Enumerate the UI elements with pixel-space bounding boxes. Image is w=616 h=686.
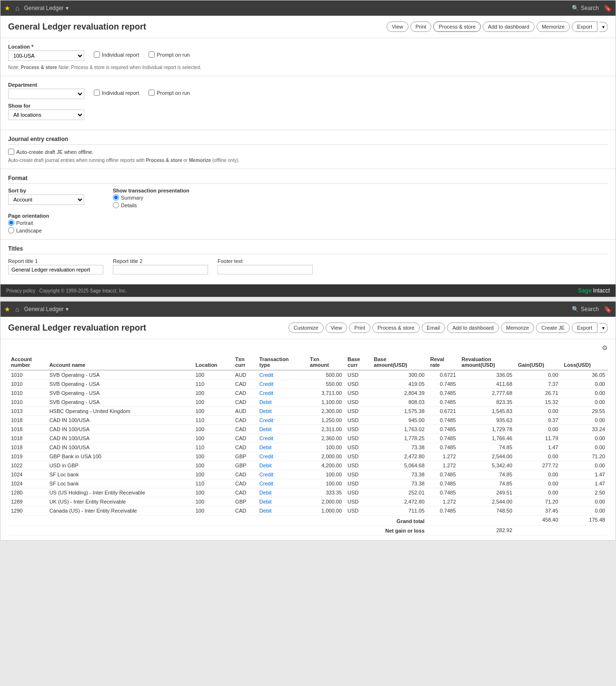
cell-base-amount: 2,804.39 <box>371 389 427 398</box>
export-button-2[interactable]: Export <box>572 323 597 333</box>
summary-label: Summary <box>121 195 143 201</box>
department-select[interactable] <box>8 89 84 99</box>
cell-transaction-type[interactable]: Debit <box>257 488 307 497</box>
cell-txn-curr: CAD <box>232 425 257 434</box>
export-button[interactable]: Export <box>572 21 597 32</box>
cell-gain: 0.00 <box>515 370 561 380</box>
cell-transaction-type[interactable]: Credit <box>257 470 307 479</box>
cell-account-number: 1018 <box>8 443 47 452</box>
settings-icon[interactable]: ⚙ <box>602 344 608 352</box>
star-icon[interactable]: ★ <box>4 4 10 12</box>
cell-transaction-type[interactable]: Debit <box>257 398 307 407</box>
page-title: General Ledger revaluation report <box>8 22 146 32</box>
cell-gain: 7.37 <box>515 380 561 389</box>
cell-account-number: 1024 <box>8 479 47 488</box>
print-button[interactable]: Print <box>410 21 432 32</box>
create-je-button[interactable]: Create JE <box>536 323 570 333</box>
view-button[interactable]: View <box>387 21 408 32</box>
location-select[interactable]: 100-USA <box>8 50 84 61</box>
email-button[interactable]: Email <box>422 323 446 333</box>
home-icon-2[interactable]: ⌂ <box>15 305 19 313</box>
landscape-radio[interactable] <box>8 227 14 233</box>
add-to-dashboard-button-2[interactable]: Add to dashboard <box>447 323 499 333</box>
individual-report-checkbox-dept[interactable] <box>94 90 100 96</box>
journal-section-title: Journal entry creation <box>8 136 608 145</box>
search-area-2[interactable]: 🔍 Search <box>572 306 599 313</box>
cell-transaction-type[interactable]: Credit <box>257 434 307 443</box>
export-dropdown-button[interactable]: ▾ <box>599 22 608 32</box>
cell-reval-amount: 2,544.00 <box>459 497 516 506</box>
cell-transaction-type[interactable]: Debit <box>257 425 307 434</box>
table-header-row: Accountnumber Account name Location Txnc… <box>8 354 608 370</box>
view-button-2[interactable]: View <box>326 323 348 333</box>
cell-grand-total-gain: 458.40 <box>515 515 561 526</box>
cell-transaction-type[interactable]: Debit <box>257 497 307 506</box>
home-icon[interactable]: ⌂ <box>15 4 19 12</box>
cell-location: 100 <box>193 407 232 416</box>
cell-account-number: 1013 <box>8 407 47 416</box>
cell-txn-amount: 3,711.00 <box>307 389 345 398</box>
report-title-2-input[interactable] <box>113 265 208 274</box>
cell-gain: 11.79 <box>515 434 561 443</box>
cell-reval-rate: 1.272 <box>427 452 459 461</box>
location-label: Location * <box>8 44 84 50</box>
prompt-on-run-checkbox-dept[interactable] <box>149 90 155 96</box>
cell-gain: 71.20 <box>515 497 561 506</box>
cell-location: 110 <box>193 443 232 452</box>
cell-transaction-type[interactable]: Credit <box>257 380 307 389</box>
module-dropdown-arrow-2[interactable]: ▾ <box>66 306 69 313</box>
sort-by-select[interactable]: Account <box>8 194 84 205</box>
cell-reval-rate: 1.272 <box>427 461 459 470</box>
search-area[interactable]: 🔍 Search <box>572 5 599 11</box>
cell-account-name: SVB Operating - USA <box>47 398 193 407</box>
report-title-1-input[interactable] <box>8 265 103 274</box>
cell-base-amount: 252.01 <box>371 488 427 497</box>
cell-transaction-type[interactable]: Debit <box>257 461 307 470</box>
auto-create-checkbox[interactable] <box>8 149 14 155</box>
cell-transaction-type[interactable]: Credit <box>257 416 307 425</box>
customize-button[interactable]: Customize <box>288 323 324 333</box>
process-store-button-2[interactable]: Process & store <box>372 323 420 333</box>
cell-account-name: Canada (US) - Inter Entity Receivable <box>47 506 193 515</box>
department-label: Department <box>8 82 84 88</box>
report-title-2-label: Report title 2 <box>113 258 208 264</box>
summary-radio[interactable] <box>113 194 119 201</box>
cell-transaction-type[interactable]: Credit <box>257 389 307 398</box>
cell-transaction-type[interactable]: Debit <box>257 506 307 515</box>
footer-text-input[interactable] <box>218 265 313 274</box>
cell-transaction-type[interactable]: Credit <box>257 370 307 380</box>
prompt-on-run-checkbox-location[interactable] <box>149 51 155 58</box>
cell-transaction-type[interactable]: Credit <box>257 452 307 461</box>
bookmark-icon-2[interactable]: 🔖 <box>604 305 612 313</box>
add-to-dashboard-button[interactable]: Add to dashboard <box>483 21 535 32</box>
memorize-button-2[interactable]: Memorize <box>501 323 534 333</box>
cell-net-gain-value: 282.92 <box>459 526 516 535</box>
topbar-panel1: ★ ⌂ General Ledger ▾ 🔍 Search 🔖 <box>0 0 616 16</box>
print-button-2[interactable]: Print <box>349 323 370 333</box>
cell-reval-amount: 823.35 <box>459 398 516 407</box>
cell-location: 100 <box>193 470 232 479</box>
net-gain-row: Net gain or loss 282.92 <box>8 526 608 535</box>
show-for-select[interactable]: All locations <box>8 110 84 120</box>
cell-transaction-type[interactable]: Debit <box>257 407 307 416</box>
export-dropdown-button-2[interactable]: ▾ <box>599 323 608 333</box>
individual-report-checkbox-location[interactable] <box>94 51 100 58</box>
star-icon-2[interactable]: ★ <box>4 305 10 313</box>
module-dropdown-arrow[interactable]: ▾ <box>66 5 69 11</box>
grand-total-row: Grand total 458.40 175.48 <box>8 515 608 526</box>
cell-base-curr: USD <box>345 461 371 470</box>
cell-gain: 26.71 <box>515 389 561 398</box>
portrait-radio[interactable] <box>8 220 14 226</box>
cell-transaction-type[interactable]: Debit <box>257 443 307 452</box>
cell-account-name: CAD IN 100/USA <box>47 425 193 434</box>
process-store-button[interactable]: Process & store <box>433 21 481 32</box>
bookmark-icon[interactable]: 🔖 <box>604 4 612 12</box>
cell-reval-amount: 748.50 <box>459 506 516 515</box>
details-radio[interactable] <box>113 202 119 208</box>
cell-gain: 0.00 <box>515 488 561 497</box>
memorize-button[interactable]: Memorize <box>537 21 570 32</box>
table-row: 1290 Canada (US) - Inter Entity Receivab… <box>8 506 608 515</box>
cell-loss: 0.00 <box>561 389 608 398</box>
module-label: General Ledger ▾ <box>24 5 68 11</box>
cell-transaction-type[interactable]: Credit <box>257 479 307 488</box>
